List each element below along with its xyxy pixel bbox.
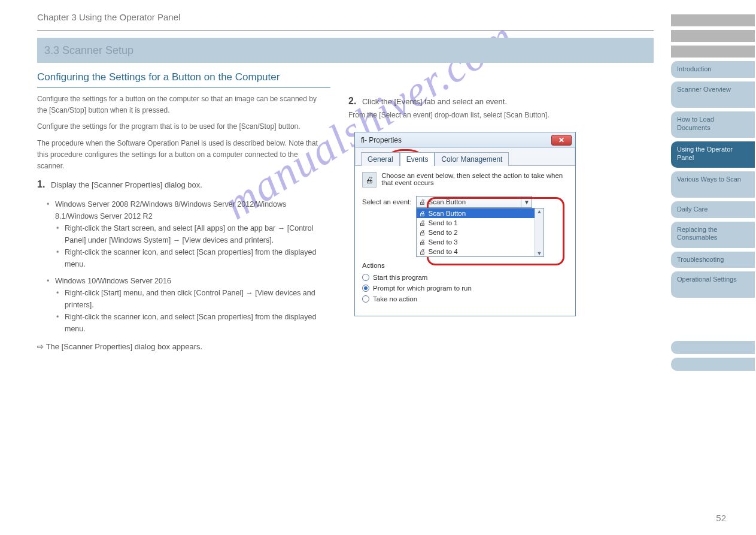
win8-line-2: Right-click the scanner icon, and select… — [56, 246, 324, 270]
win8-block: Windows Server 2008 R2/Windows 8/Windows… — [37, 198, 324, 270]
combo-item-sendto1[interactable]: 🖨 Send to 1 — [417, 218, 544, 228]
intro-note-3: The procedure when the Software Operatio… — [37, 138, 324, 173]
nav-troubleshooting[interactable]: Troubleshooting — [671, 252, 755, 268]
step-1-text: Display the [Scanner Properties] dialog … — [51, 180, 202, 189]
dialog-title-text: fi- Properties — [361, 136, 402, 144]
combo-item-label: Send to 4 — [428, 248, 457, 255]
page-content: Chapter 3 Using the Operator Panel 3.3 S… — [37, 12, 654, 358]
scanner-mini-icon: 🖨 — [419, 210, 426, 217]
radio-icon — [362, 274, 369, 281]
select-event-dropdown: 🖨 Scan Button 🖨 Send to 1 🖨 Send to 2 — [416, 208, 544, 257]
combo-item-sendto3[interactable]: 🖨 Send to 3 — [417, 237, 544, 247]
step-2-number: 2. — [348, 96, 356, 106]
radio-label: Start this program — [373, 274, 427, 281]
intro-note-2: Configure the settings for the program t… — [37, 121, 324, 132]
radio-prompt[interactable]: Prompt for which program to run — [362, 285, 568, 292]
radio-icon — [362, 295, 369, 303]
radio-no-action[interactable]: Take no action — [362, 295, 568, 303]
radio-start-program[interactable]: Start this program — [362, 274, 568, 281]
nav-spacer — [671, 301, 755, 337]
chapter-header: Chapter 3 Using the Operator Panel — [37, 12, 654, 31]
win10-line-1: Right-click [Start] menu, and then click… — [56, 287, 324, 311]
left-column: Configure the settings for a button on t… — [37, 93, 324, 358]
scanner-mini-icon: 🖨 — [419, 229, 426, 236]
nav-introduction[interactable]: Introduction — [671, 61, 755, 78]
dialog-tabs: General Events Color Management — [355, 148, 575, 165]
tab-events[interactable]: Events — [400, 152, 435, 166]
scanner-icon: 🖨 — [362, 172, 377, 188]
right-column: 2. Click the [Events] tab and select an … — [348, 93, 588, 358]
side-navigation: TOP Contents Index Introduction Scanner … — [671, 14, 755, 371]
combo-item-sendto2[interactable]: 🖨 Send to 2 — [417, 228, 544, 237]
win10-line-2: Right-click the scanner icon, and select… — [56, 311, 324, 335]
nav-various-scan[interactable]: Various Ways to Scan — [671, 171, 755, 198]
select-event-combo-wrap: 🖨 Scan Button ▼ 🖨 Scan Button � — [416, 196, 532, 208]
nav-load-documents[interactable]: How to Load Documents — [671, 111, 755, 138]
close-icon: ✕ — [558, 136, 564, 144]
combo-item-label: Send to 2 — [428, 229, 457, 236]
combo-item-sendto4[interactable]: 🖨 Send to 4 — [417, 247, 544, 256]
tab-color-management[interactable]: Color Management — [435, 152, 509, 166]
radio-icon — [362, 285, 369, 292]
chevron-down-icon: ▼ — [521, 197, 532, 207]
subsection-heading: Configuring the Settings for a Button on… — [37, 71, 330, 87]
radio-label: Take no action — [373, 295, 417, 303]
win10-header: Windows 10/Windows Server 2016 — [47, 275, 324, 287]
step-1-result: The [Scanner Properties] dialog box appe… — [37, 341, 324, 353]
nav-scanner-overview[interactable]: Scanner Overview — [671, 81, 755, 108]
combo-item-label: Send to 1 — [428, 219, 457, 226]
dialog-intro-text: Choose an event below, then select the a… — [381, 172, 568, 186]
win10-block: Windows 10/Windows Server 2016 Right-cli… — [37, 275, 324, 335]
scanner-mini-icon: 🖨 — [419, 219, 426, 226]
combo-item-scan-button[interactable]: 🖨 Scan Button — [417, 208, 544, 218]
intro-note-1: Configure the settings for a button on t… — [37, 93, 324, 116]
dialog-body: 🖨 Choose an event below, then select the… — [355, 165, 575, 316]
scanner-mini-icon: 🖨 — [419, 198, 426, 205]
step-1-number: 1. — [37, 179, 45, 189]
step-1: 1. Display the [Scanner Properties] dial… — [37, 177, 324, 192]
nav-appendix[interactable]: Appendix — [671, 341, 755, 354]
nav-operational-settings[interactable]: Operational Settings — [671, 271, 755, 298]
nav-daily-care[interactable]: Daily Care — [671, 201, 755, 218]
step-2: 2. Click the [Events] tab and select an … — [348, 93, 588, 121]
nav-top[interactable]: TOP — [671, 14, 755, 26]
actions-label: Actions — [362, 262, 568, 269]
scanner-mini-icon: 🖨 — [419, 248, 426, 255]
nav-consumables[interactable]: Replacing the Consumables — [671, 222, 755, 248]
tab-general[interactable]: General — [361, 152, 400, 166]
win8-header: Windows Server 2008 R2/Windows 8/Windows… — [47, 198, 324, 222]
step-2-text: Click the [Events] tab and select an eve… — [362, 97, 507, 106]
close-button[interactable]: ✕ — [551, 135, 572, 146]
chapter-title: Chapter 3 Using the Operator Panel — [37, 12, 180, 22]
select-event-label: Select an event: — [362, 198, 411, 205]
dialog-titlebar: fi- Properties ✕ — [355, 132, 575, 148]
scanner-properties-dialog: fi- Properties ✕ General Events Color Ma… — [354, 132, 576, 316]
combo-item-label: Send to 3 — [428, 238, 457, 246]
step-2-sub: From the [Select an event] drop-down lis… — [348, 111, 549, 119]
combo-selected-value: Scan Button — [428, 198, 466, 205]
dropdown-scrollbar[interactable] — [535, 208, 544, 256]
select-event-combobox[interactable]: 🖨 Scan Button ▼ — [416, 196, 532, 208]
page-number: 52 — [716, 513, 726, 523]
win8-line-1: Right-click the Start screen, and select… — [56, 222, 324, 246]
nav-index[interactable]: Index — [671, 46, 755, 58]
nav-operator-panel[interactable]: Using the Operator Panel — [671, 141, 755, 168]
scanner-mini-icon: 🖨 — [419, 238, 426, 246]
nav-glossary[interactable]: Glossary — [671, 358, 755, 371]
section-bar: 3.3 Scanner Setup — [37, 38, 654, 63]
combo-item-label: Scan Button — [428, 210, 466, 217]
nav-contents[interactable]: Contents — [671, 30, 755, 42]
radio-label: Prompt for which program to run — [373, 285, 472, 292]
